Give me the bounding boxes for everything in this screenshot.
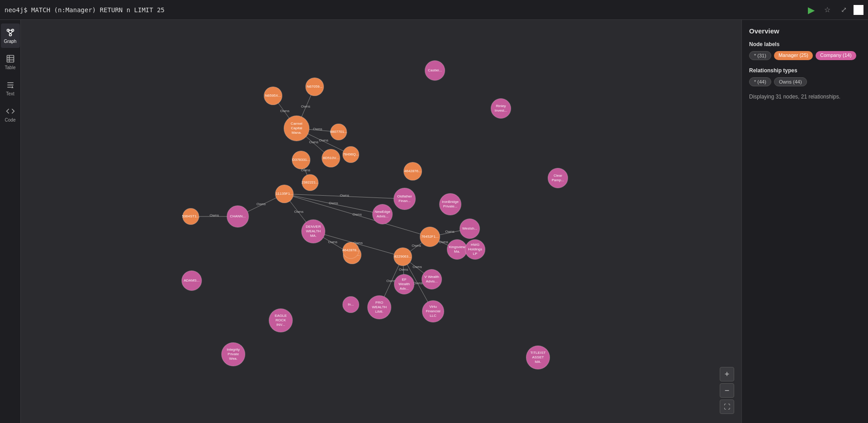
svg-point-65 [322,149,340,167]
svg-text:Owns: Owns [313,127,322,131]
graph-node[interactable]: 8807701... [330,124,347,140]
badge-all-rels[interactable]: * (44) [749,77,771,86]
badge-manager[interactable]: Manager (25) [774,51,813,60]
svg-point-93 [343,242,359,258]
rel-type-badges: * (44) Owns (44) [749,77,861,86]
graph-node[interactable]: 78496Q... [343,146,359,163]
svg-point-2 [9,33,11,36]
graph-node[interactable]: CarmelCapitalMana. [284,116,309,141]
svg-text:Owns: Owns [294,210,303,214]
graph-node[interactable]: 5364ST1... [182,208,199,225]
expand-button[interactable]: ⤢ [837,4,850,16]
graph-node[interactable]: Castlei... [425,61,445,80]
svg-point-117 [491,99,511,118]
svg-point-83 [394,188,415,210]
graph-node[interactable]: 4642878... [342,242,359,258]
right-panel: Overview Node labels * (31) Manager (25)… [741,20,868,423]
svg-text:Owns: Owns [353,212,362,216]
relationship-types-title: Relationship types [749,67,861,74]
run-query-button[interactable]: ▶ [805,4,817,16]
graph-node[interactable]: ClearPamp... [548,168,568,188]
svg-point-95 [394,248,412,266]
svg-text:Owns: Owns [413,265,422,269]
sidebar-item-label: Graph [4,39,17,44]
svg-point-119 [548,168,568,188]
star-button[interactable]: ☆ [821,4,834,16]
overview-title: Overview [749,27,861,35]
white-box [854,5,863,15]
graph-node[interactable]: In... [343,296,359,313]
svg-point-73 [275,185,293,203]
badge-all-nodes[interactable]: * (31) [749,51,771,60]
zoom-fit-button[interactable]: ⛶ [720,400,734,414]
sidebar-item-label: Table [5,65,16,70]
graph-node[interactable]: IntegrityPrivateWea. [222,343,245,366]
badge-company[interactable]: Company (14) [816,51,856,60]
graph-node[interactable]: TITLEISTASSETMA. [526,346,550,369]
graph-node[interactable]: 8229063... [394,248,412,266]
graph-node[interactable]: V WealthAdvis... [422,269,442,289]
graph-node[interactable]: EFWealthAdv... [394,274,414,294]
svg-point-69 [404,162,422,180]
main-layout: Graph Table Text Code Own [0,20,868,423]
graph-node[interactable]: N6595X... [264,87,282,105]
svg-text:Owns: Owns [210,213,219,217]
sidebar-item-code[interactable]: Code [1,102,20,127]
svg-point-75 [227,206,249,227]
node-labels-title: Node labels [749,41,861,47]
topbar: ▶ ☆ ⤢ [0,0,868,20]
badge-owns[interactable]: Owns (44) [774,77,807,86]
graph-node[interactable]: RinleyInvest... [491,99,511,118]
svg-point-99 [465,240,485,259]
svg-point-59 [264,87,282,105]
svg-point-55 [284,116,309,141]
graph-svg: OwnsOwnsOwnsOwnsOwnsOwnsOwnsOwnsOwnsOwns… [21,20,741,423]
sidebar-item-table[interactable]: Table [1,50,20,74]
svg-point-107 [422,301,444,322]
graph-node[interactable]: KingsviewMa. [447,240,467,259]
graph-node[interactable]: 76452F1... [420,227,440,247]
svg-point-71 [302,174,318,191]
svg-line-3 [8,31,10,33]
svg-point-111 [269,309,292,332]
sidebar-item-label: Code [5,118,16,122]
svg-point-79 [302,220,325,243]
graph-node[interactable]: HWGHoldingsLP [465,240,485,259]
svg-text:Owns: Owns [309,140,318,144]
svg-point-63 [292,151,310,169]
summary-text: Displaying 31 nodes, 21 relationships. [749,94,861,100]
graph-node[interactable]: 11135F1... [275,185,293,203]
graph-node[interactable]: 4642876... [404,162,422,180]
graph-node[interactable]: CHANN... [227,206,249,227]
svg-text:Owns: Owns [328,240,337,244]
graph-node[interactable]: VirtuFinancialLLC [422,301,444,322]
svg-text:Owns: Owns [340,193,349,197]
svg-point-123 [526,346,550,369]
graph-node[interactable]: N67059... [306,78,324,96]
svg-point-77 [183,208,199,225]
query-input[interactable] [5,6,805,14]
graph-node[interactable]: 2382221... [302,174,319,191]
svg-point-87 [460,219,480,239]
graph-node[interactable]: D378331... [292,151,310,169]
svg-point-81 [373,204,392,224]
zoom-out-button[interactable]: − [720,383,734,398]
graph-node[interactable]: PROWEALTHLIMI. [368,296,391,319]
graph-node[interactable]: DENVERWEALTHMA. [302,220,325,243]
graph-node[interactable]: EAGLEROCKINV... [269,309,292,332]
svg-text:Owns: Owns [301,104,310,108]
graph-node[interactable]: Westsh... [460,219,480,239]
zoom-in-button[interactable]: + [720,367,734,381]
sidebar-item-text[interactable]: Text [1,76,20,100]
graph-node[interactable]: 8D510V... [322,149,340,167]
graph-node[interactable]: IronBridgePrivate... [439,193,461,215]
graph-node[interactable]: NewEdgeAdvis... [373,204,392,224]
svg-text:Owns: Owns [280,109,289,113]
sidebar-item-graph[interactable]: Graph [1,24,20,48]
graph-area[interactable]: OwnsOwnsOwnsOwnsOwnsOwnsOwnsOwnsOwnsOwns… [21,20,741,423]
graph-node[interactable]: OldfatherFinan... [394,188,415,210]
svg-text:Owns: Owns [445,230,454,234]
graph-node[interactable]: ADAMS... [182,271,202,291]
svg-text:Owns: Owns [412,244,421,248]
svg-text:Owns: Owns [319,138,328,142]
